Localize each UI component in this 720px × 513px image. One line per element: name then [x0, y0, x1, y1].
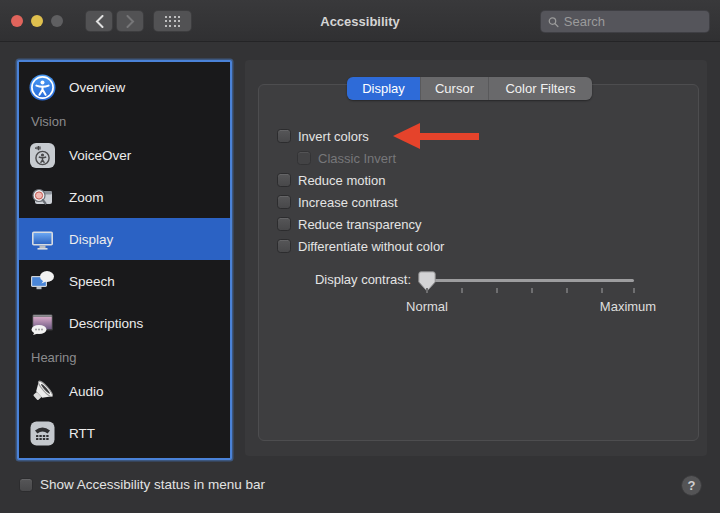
checkbox-label: Invert colors: [298, 129, 369, 144]
slider-tick: [633, 288, 635, 293]
sidebar-item-label: RTT: [69, 426, 95, 441]
show-all-preferences-button[interactable]: [153, 10, 192, 32]
descriptions-icon: [29, 310, 56, 337]
checkbox-invert-colors[interactable]: Invert colors: [277, 125, 444, 147]
sidebar-item-display[interactable]: Display: [19, 218, 230, 260]
checkbox-box[interactable]: [19, 478, 33, 492]
sidebar-item-label: Overview: [69, 80, 125, 95]
chevron-left-icon: [95, 15, 104, 28]
checkbox-label: Reduce motion: [298, 173, 385, 188]
sidebar-item-zoom[interactable]: Zoom: [19, 176, 230, 218]
checkbox-label: Differentiate without color: [298, 239, 444, 254]
checkbox-classic-invert: Classic Invert: [297, 147, 444, 169]
grid-icon: [165, 16, 181, 27]
slider-tick: [461, 288, 463, 293]
display-contrast-slider-track[interactable]: [419, 279, 634, 282]
minimize-window-button[interactable]: [31, 15, 43, 27]
tab-color-filters[interactable]: Color Filters: [488, 77, 592, 100]
slider-tick: [601, 288, 603, 293]
back-button[interactable]: [85, 10, 113, 32]
sidebar-item-label: Speech: [69, 274, 115, 289]
search-input[interactable]: [564, 14, 702, 29]
checkbox-label: Classic Invert: [318, 151, 396, 166]
sidebar-section-hearing: Hearing: [19, 344, 230, 370]
checkbox-box[interactable]: [277, 173, 291, 187]
display-settings-groupbox: Display Cursor Color Filters Invert colo…: [258, 84, 699, 441]
sidebar-item-label: Display: [69, 232, 113, 247]
checkbox-label: Increase contrast: [298, 195, 398, 210]
close-window-button[interactable]: [11, 15, 23, 27]
fullscreen-window-button[interactable]: [51, 15, 63, 27]
titlebar: Accessibility: [0, 0, 720, 42]
checkbox-label: Show Accessibility status in menu bar: [40, 477, 265, 492]
checkbox-increase-contrast[interactable]: Increase contrast: [277, 191, 444, 213]
tab-bar: Display Cursor Color Filters: [347, 77, 592, 100]
rtt-icon: [29, 420, 56, 447]
tab-display[interactable]: Display: [347, 77, 420, 100]
sidebar-item-overview[interactable]: Overview: [19, 66, 230, 108]
checkbox-reduce-motion[interactable]: Reduce motion: [277, 169, 444, 191]
slider-min-label: Normal: [382, 299, 472, 314]
display-icon: [29, 226, 56, 253]
slider-tick: [426, 288, 428, 293]
sidebar: Overview Vision VoiceOver Zoom: [17, 60, 232, 460]
checkbox-box[interactable]: [277, 195, 291, 209]
sidebar-item-label: Zoom: [69, 190, 104, 205]
traffic-lights: [11, 15, 63, 27]
checkbox-differentiate-without-color[interactable]: Differentiate without color: [277, 235, 444, 257]
chevron-right-icon: [126, 15, 135, 28]
sidebar-item-label: Descriptions: [69, 316, 143, 331]
checkbox-label: Reduce transparency: [298, 217, 422, 232]
sidebar-item-audio[interactable]: Audio: [19, 370, 230, 412]
help-button[interactable]: ?: [681, 475, 702, 496]
checkbox-reduce-transparency[interactable]: Reduce transparency: [277, 213, 444, 235]
audio-icon: [29, 378, 56, 405]
checkbox-box[interactable]: [277, 239, 291, 253]
sidebar-item-rtt[interactable]: RTT: [19, 412, 230, 454]
show-accessibility-status-checkbox[interactable]: Show Accessibility status in menu bar: [19, 477, 265, 492]
display-options-list: Invert colors Classic Invert Reduce moti…: [277, 125, 444, 257]
sidebar-item-descriptions[interactable]: Descriptions: [19, 302, 230, 344]
checkbox-box[interactable]: [277, 217, 291, 231]
tab-cursor[interactable]: Cursor: [420, 77, 488, 100]
sidebar-item-speech[interactable]: Speech: [19, 260, 230, 302]
slider-tick: [496, 288, 498, 293]
sidebar-item-label: VoiceOver: [69, 148, 131, 163]
search-field[interactable]: [540, 10, 710, 33]
checkbox-box[interactable]: [277, 129, 291, 143]
detail-panel: Display Cursor Color Filters Invert colo…: [245, 60, 707, 456]
search-icon: [548, 16, 559, 28]
zoom-icon: [29, 184, 56, 211]
slider-tick: [531, 288, 533, 293]
speech-icon: [29, 268, 56, 295]
sidebar-item-label: Audio: [69, 384, 104, 399]
checkbox-box: [297, 151, 311, 165]
display-contrast-label: Display contrast:: [259, 272, 411, 287]
sidebar-section-vision: Vision: [19, 108, 230, 134]
slider-tick: [566, 288, 568, 293]
voiceover-icon: [29, 142, 56, 169]
sidebar-item-voiceover[interactable]: VoiceOver: [19, 134, 230, 176]
slider-max-label: Maximum: [583, 299, 673, 314]
accessibility-overview-icon: [29, 74, 56, 101]
forward-button[interactable]: [116, 10, 144, 32]
